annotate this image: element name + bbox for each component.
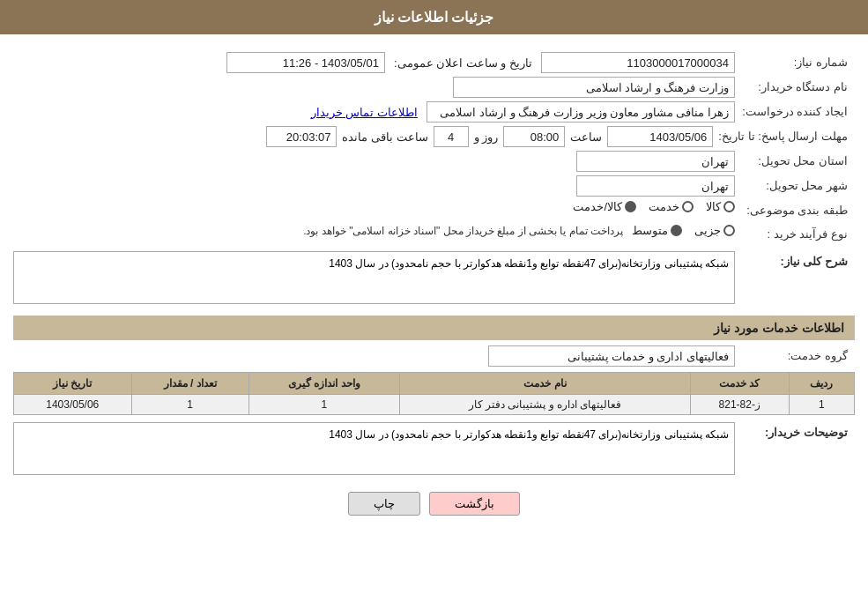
category-kala-label: کالا [706, 200, 721, 213]
city-value-area: تهران [13, 175, 735, 197]
col-header-name: نام خدمت [399, 373, 690, 395]
deadline-date-input: 1403/05/06 [607, 126, 713, 147]
category-option-kala: کالا [706, 200, 735, 213]
footer-buttons: بازگشت چاپ [13, 492, 855, 516]
need-number-value-area: 1103000017000034 تاریخ و ساعت اعلان عموم… [13, 52, 735, 73]
table-cell: 1 [131, 395, 249, 415]
need-description-textarea[interactable] [13, 251, 735, 304]
category-radio-group: کالا خدمت کالا/خدمت [13, 200, 735, 213]
buyer-description-value-area [13, 422, 735, 478]
main-content: شماره نیاز: 1103000017000034 تاریخ و ساع… [0, 34, 868, 533]
city-label: شهر محل تحویل: [740, 175, 855, 196]
purchase-notice-text: پرداخت تمام یا بخشی از مبلغ خریداز محل "… [303, 225, 623, 237]
creator-row: ایجاد کننده درخواست: زهرا منافی مشاور مع… [13, 101, 855, 123]
table-cell: 1 [789, 395, 854, 415]
province-value-area: تهران [13, 151, 735, 172]
radio-jozi-icon [723, 225, 735, 236]
table-cell: 1 [249, 395, 399, 415]
category-kala-khedmat-label: کالا/خدمت [573, 200, 622, 213]
creator-input: زهرا منافی مشاور معاون وزیر وزارت فرهنگ … [427, 101, 735, 123]
deadline-remaining-label: ساعت باقی مانده [342, 130, 427, 144]
category-option-khedmat: خدمت [649, 200, 694, 213]
need-number-input: 1103000017000034 [541, 52, 735, 73]
org-name-value-area: وزارت فرهنگ و ارشاد اسلامی [13, 77, 735, 98]
purchase-type-label: نوع فرآیند خرید : [740, 224, 855, 244]
announce-date-input: 1403/05/01 - 11:26 [226, 52, 385, 73]
table-cell: ز-82-821 [691, 395, 790, 415]
deadline-days-input: 4 [434, 126, 469, 147]
service-group-row: گروه خدمت: فعالیتهای اداری و خدمات پشتیب… [13, 345, 855, 367]
col-header-quantity: تعداد / مقدار [131, 373, 249, 395]
buyer-description-row: توضیحات خریدار: [13, 422, 855, 478]
col-header-code: کد خدمت [691, 373, 790, 395]
services-table: ردیف کد خدمت نام خدمت واحد اندازه گیری ت… [13, 372, 855, 415]
purchase-type-motavaset-label: متوسط [632, 224, 668, 237]
announce-date-label: تاریخ و ساعت اعلان عمومی: [394, 56, 532, 70]
col-header-date: تاریخ نیاز [14, 373, 132, 395]
radio-motavaset-icon [671, 225, 682, 236]
city-row: شهر محل تحویل: تهران [13, 175, 855, 197]
category-row: طبقه بندی موضوعی: کالا خدمت کالا/خدمت [13, 200, 855, 220]
creator-label: ایجاد کننده درخواست: [740, 101, 855, 122]
radio-kala-icon [723, 201, 735, 212]
city-input: تهران [576, 175, 735, 197]
need-description-row: شرح کلی نیاز: [13, 251, 855, 307]
deadline-days-label: روز و [474, 130, 499, 144]
service-group-label: گروه خدمت: [740, 345, 855, 366]
deadline-value-area: 1403/05/06 ساعت 08:00 روز و 4 ساعت باقی … [13, 126, 713, 147]
purchase-type-row: نوع فرآیند خرید : جزیی متوسط پرداخت تمام… [13, 224, 855, 244]
need-number-label: شماره نیاز: [740, 52, 855, 72]
buyer-description-label: توضیحات خریدار: [740, 422, 855, 442]
deadline-time-label: ساعت [570, 130, 602, 144]
province-input: تهران [576, 151, 735, 172]
table-cell: 1403/05/06 [14, 395, 132, 415]
print-button[interactable]: چاپ [348, 492, 420, 516]
org-name-input: وزارت فرهنگ و ارشاد اسلامی [453, 77, 735, 98]
deadline-label: مهلت ارسال پاسخ: تا تاریخ: [718, 126, 855, 146]
category-label: طبقه بندی موضوعی: [740, 200, 855, 220]
page-wrapper: جزئیات اطلاعات نیاز شماره نیاز: 11030000… [0, 0, 868, 609]
page-header: جزئیات اطلاعات نیاز [0, 0, 868, 34]
purchase-type-motavaset: متوسط [632, 224, 682, 237]
province-row: استان محل تحویل: تهران [13, 151, 855, 172]
org-name-row: نام دستگاه خریدار: وزارت فرهنگ و ارشاد ا… [13, 77, 855, 98]
deadline-time-input: 08:00 [503, 126, 565, 147]
creator-value-area: زهرا منافی مشاور معاون وزیر وزارت فرهنگ … [13, 101, 735, 123]
purchase-type-jozi: جزیی [694, 224, 735, 237]
category-option-kala-khedmat: کالا/خدمت [573, 200, 636, 213]
service-group-value-area: فعالیتهای اداری و خدمات پشتیبانی [13, 345, 735, 367]
province-label: استان محل تحویل: [740, 151, 855, 171]
table-cell: فعالیتهای اداره و پشتیبانی دفتر کار [399, 395, 690, 415]
purchase-type-value-area: جزیی متوسط پرداخت تمام یا بخشی از مبلغ خ… [13, 224, 735, 237]
purchase-type-jozi-label: جزیی [694, 224, 721, 237]
radio-khedmat-icon [682, 201, 694, 212]
col-header-row: ردیف [789, 373, 854, 395]
org-name-label: نام دستگاه خریدار: [740, 77, 855, 97]
table-row: 1ز-82-821فعالیتهای اداره و پشتیبانی دفتر… [14, 395, 855, 415]
buyer-description-textarea[interactable] [13, 422, 735, 475]
radio-kala-khedmat-icon [625, 201, 636, 212]
need-description-value-area [13, 251, 735, 307]
purchase-type-radio-group: جزیی متوسط [632, 224, 735, 237]
category-khedmat-label: خدمت [649, 200, 679, 213]
back-button[interactable]: بازگشت [429, 492, 520, 516]
col-header-unit: واحد اندازه گیری [249, 373, 399, 395]
services-section-title: اطلاعات خدمات مورد نیاز [13, 316, 855, 340]
page-title: جزئیات اطلاعات نیاز [375, 10, 494, 25]
service-group-input: فعالیتهای اداری و خدمات پشتیبانی [488, 345, 735, 367]
deadline-row: مهلت ارسال پاسخ: تا تاریخ: 1403/05/06 سا… [13, 126, 855, 147]
category-value-area: کالا خدمت کالا/خدمت [13, 200, 735, 213]
need-number-row: شماره نیاز: 1103000017000034 تاریخ و ساع… [13, 52, 855, 73]
creator-contact-link[interactable]: اطلاعات تماس خریدار [311, 106, 418, 119]
need-description-label: شرح کلی نیاز: [740, 251, 855, 271]
deadline-remaining-input: 20:03:07 [266, 126, 337, 147]
